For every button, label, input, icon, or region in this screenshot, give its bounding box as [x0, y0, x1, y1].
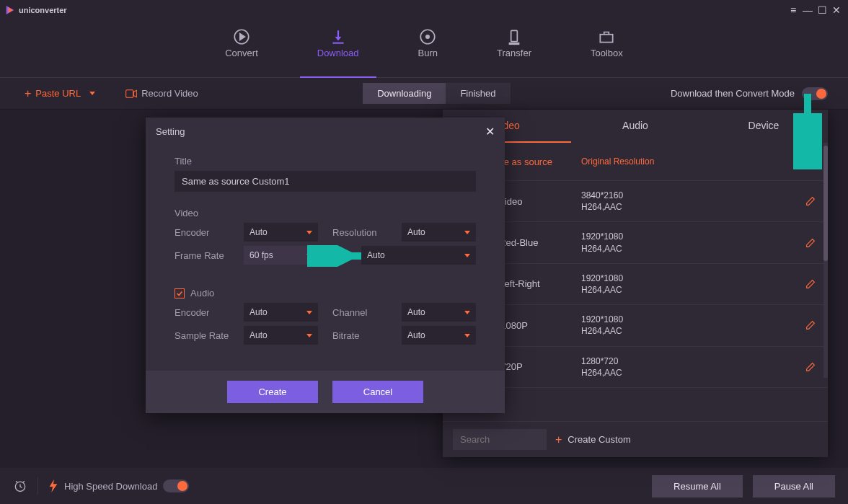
audio-encoder-label: Encoder — [175, 307, 237, 318]
high-speed-download: High Speed Download — [48, 479, 189, 492]
burn-icon — [418, 27, 437, 46]
hsd-toggle[interactable] — [163, 479, 189, 492]
create-custom-label: Create Custom — [567, 434, 630, 445]
edit-icon[interactable] — [805, 278, 816, 290]
hamburger-icon[interactable]: ≡ — [786, 3, 800, 17]
chevron-down-icon — [306, 311, 312, 314]
chevron-down-icon — [464, 231, 470, 234]
tab-download-label: Download — [317, 48, 359, 58]
bottom-bar: High Speed Download Resume All Pause All — [0, 468, 848, 504]
dialog-title: Setting — [156, 126, 185, 137]
audio-checkbox[interactable] — [175, 288, 185, 299]
svg-marker-25 — [50, 479, 58, 492]
app-title: uniconverter — [19, 6, 67, 14]
svg-marker-3 — [240, 34, 245, 40]
seg-downloading[interactable]: Downloading — [363, 83, 446, 104]
maximize-button[interactable]: ☐ — [815, 3, 829, 17]
annotation-arrow-down — [793, 90, 822, 169]
scrollbar[interactable] — [823, 143, 828, 378]
cancel-button[interactable]: Cancel — [332, 381, 423, 403]
format-detail: 3840*2160H264,AAC — [581, 190, 795, 213]
svg-rect-8 — [510, 43, 519, 45]
clock-icon[interactable] — [13, 479, 27, 493]
dialog-close-button[interactable]: ✕ — [485, 125, 495, 138]
audio-bitrate-dropdown[interactable]: Auto — [402, 326, 476, 345]
plus-icon: + — [555, 433, 562, 446]
create-button[interactable]: Create — [227, 381, 318, 403]
framerate-label: Frame Rate — [175, 250, 237, 261]
resolution-label: Resolution — [332, 227, 394, 238]
channel-label: Channel — [332, 307, 394, 318]
format-detail: 1920*1080H264,AAC — [581, 231, 795, 254]
record-video-button[interactable]: Record Video — [121, 85, 203, 102]
tab-transfer[interactable]: Transfer — [493, 25, 536, 77]
seg-finished[interactable]: Finished — [446, 83, 510, 104]
record-video-label: Record Video — [141, 88, 198, 99]
plus-icon: + — [25, 87, 31, 100]
svg-rect-7 — [511, 30, 518, 41]
app-logo: uniconverter — [4, 4, 67, 16]
svg-point-6 — [426, 35, 429, 38]
chevron-down-icon — [306, 334, 312, 337]
hsd-label: High Speed Download — [64, 481, 157, 492]
toolbar: + Paste URL Record Video Downloading Fin… — [0, 78, 848, 110]
search-input[interactable] — [453, 429, 547, 450]
title-bar: uniconverter ≡ — ☐ ✕ — [0, 0, 848, 20]
download-icon — [329, 27, 348, 46]
edit-icon[interactable] — [805, 237, 816, 249]
samplerate-dropdown[interactable]: Auto — [244, 326, 318, 345]
audio-encoder-dropdown[interactable]: Auto — [244, 303, 318, 322]
convert-mode-label: Download then Convert Mode — [671, 88, 795, 99]
edit-icon[interactable] — [805, 195, 816, 207]
tab-toolbox-label: Toolbox — [591, 48, 623, 58]
chevron-down-icon — [89, 92, 95, 95]
status-segment: Downloading Finished — [363, 83, 510, 104]
video-encoder-dropdown[interactable]: Auto — [244, 223, 318, 242]
format-detail: 1920*1080H264,AAC — [581, 314, 795, 337]
resolution-dropdown[interactable]: Auto — [402, 223, 476, 242]
video-bitrate-dropdown[interactable]: Auto — [361, 246, 476, 265]
svg-marker-1 — [8, 7, 13, 13]
fmt-tab-audio[interactable]: Audio — [571, 110, 699, 143]
tab-toolbox[interactable]: Toolbox — [586, 25, 627, 77]
tab-burn-label: Burn — [418, 48, 438, 58]
tab-convert[interactable]: Convert — [221, 25, 262, 77]
svg-rect-10 — [126, 89, 133, 97]
minimize-button[interactable]: — — [800, 3, 815, 17]
chevron-down-icon — [464, 254, 470, 257]
resume-all-button[interactable]: Resume All — [652, 475, 743, 498]
format-detail: 1920*1080H264,AAC — [581, 273, 795, 296]
samplerate-label: Sample Rate — [175, 330, 237, 341]
format-footer: + Create Custom — [443, 421, 828, 457]
format-detail: 1280*720H264,AAC — [581, 355, 795, 379]
pause-all-button[interactable]: Pause All — [753, 475, 835, 498]
camera-icon — [125, 89, 137, 98]
top-nav: Convert Download Burn Transfer Toolbox — [0, 20, 848, 78]
channel-dropdown[interactable]: Auto — [402, 303, 476, 322]
tab-transfer-label: Transfer — [497, 48, 531, 58]
convert-icon — [232, 27, 251, 46]
title-field-label: Title — [175, 156, 476, 167]
encoder-label: Encoder — [175, 227, 237, 238]
logo-icon — [4, 4, 16, 16]
tab-burn[interactable]: Burn — [414, 25, 442, 77]
edit-icon[interactable] — [805, 361, 816, 373]
chevron-down-icon — [464, 311, 470, 314]
edit-icon[interactable] — [805, 319, 816, 331]
svg-rect-4 — [332, 43, 343, 44]
transfer-icon — [505, 27, 524, 46]
title-input[interactable] — [175, 171, 476, 192]
chevron-down-icon — [464, 334, 470, 337]
audio-section-label: Audio — [190, 288, 214, 299]
toolbox-icon — [597, 27, 616, 46]
audio-bitrate-label: Bitrate — [332, 330, 394, 341]
paste-url-label: Paste URL — [35, 88, 81, 99]
tab-download[interactable]: Download — [313, 25, 363, 77]
svg-rect-9 — [601, 35, 613, 43]
chevron-down-icon — [306, 231, 312, 234]
close-button[interactable]: ✕ — [829, 3, 844, 17]
tab-convert-label: Convert — [225, 48, 258, 58]
create-custom-button[interactable]: + Create Custom — [555, 433, 631, 446]
audio-section: Audio — [175, 288, 476, 299]
paste-url-button[interactable]: + Paste URL — [20, 84, 100, 103]
